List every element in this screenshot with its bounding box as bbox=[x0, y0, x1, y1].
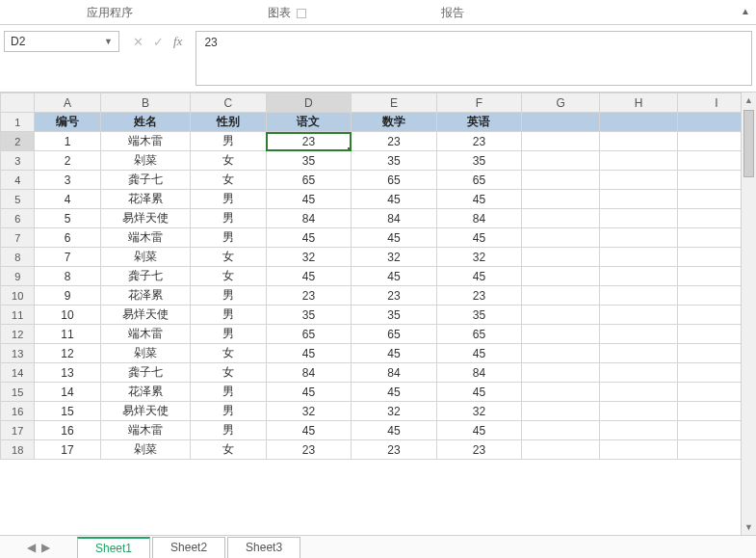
cell[interactable]: 16 bbox=[35, 421, 100, 440]
row-header[interactable]: 16 bbox=[1, 402, 35, 421]
cell[interactable]: 女 bbox=[191, 248, 266, 267]
cell[interactable] bbox=[600, 190, 678, 209]
cell[interactable] bbox=[522, 209, 600, 228]
cell[interactable] bbox=[522, 132, 600, 151]
cell[interactable]: 女 bbox=[191, 171, 266, 190]
spreadsheet-grid[interactable]: ABCDEFGHI 1编号姓名性别语文数学英语21端木雷男23232332剁菜女… bbox=[0, 93, 756, 460]
row-header[interactable]: 15 bbox=[1, 383, 35, 402]
cell[interactable] bbox=[600, 151, 678, 171]
cell[interactable]: 23 bbox=[436, 132, 522, 151]
cell[interactable] bbox=[600, 344, 678, 363]
cell[interactable]: 龚子七 bbox=[100, 363, 191, 383]
row-header[interactable]: 12 bbox=[1, 325, 35, 344]
ribbon-group-reports[interactable]: 报告 bbox=[441, 5, 464, 21]
cell[interactable]: 84 bbox=[352, 363, 437, 383]
cell[interactable]: 65 bbox=[352, 171, 437, 190]
cell[interactable]: 45 bbox=[352, 383, 437, 402]
cell[interactable]: 35 bbox=[266, 151, 352, 171]
cell[interactable]: 9 bbox=[35, 286, 100, 306]
cell[interactable] bbox=[522, 171, 600, 190]
cell[interactable]: 6 bbox=[35, 228, 100, 248]
cell[interactable]: 易烊天使 bbox=[100, 402, 191, 421]
ribbon-group-apps[interactable]: 应用程序 bbox=[87, 5, 133, 21]
cell[interactable]: 男 bbox=[191, 421, 266, 440]
cell[interactable]: 11 bbox=[35, 325, 100, 344]
cell[interactable] bbox=[600, 286, 678, 306]
cell[interactable] bbox=[600, 248, 678, 267]
row-header[interactable]: 4 bbox=[1, 171, 35, 190]
cell[interactable]: 45 bbox=[436, 267, 522, 286]
cell[interactable] bbox=[522, 151, 600, 171]
cell[interactable]: 84 bbox=[352, 209, 437, 228]
cell[interactable]: 男 bbox=[191, 132, 266, 151]
cell[interactable] bbox=[522, 248, 600, 267]
column-header[interactable]: B bbox=[100, 93, 191, 113]
column-header[interactable]: A bbox=[35, 93, 100, 113]
cell[interactable]: 男 bbox=[191, 325, 266, 344]
cell[interactable]: 易烊天使 bbox=[100, 306, 191, 325]
cell[interactable]: 23 bbox=[436, 440, 522, 460]
cell[interactable]: 7 bbox=[35, 248, 100, 267]
cell[interactable]: 2 bbox=[35, 151, 100, 171]
cell[interactable]: 65 bbox=[352, 325, 437, 344]
cell[interactable]: 性别 bbox=[191, 113, 266, 132]
cell[interactable]: 32 bbox=[352, 402, 437, 421]
cell[interactable] bbox=[522, 363, 600, 383]
column-header[interactable]: D bbox=[266, 93, 352, 113]
cell[interactable]: 35 bbox=[436, 151, 522, 171]
tab-prev-icon[interactable]: ◀ bbox=[27, 541, 36, 554]
cell[interactable]: 23 bbox=[266, 132, 352, 151]
cell[interactable] bbox=[522, 440, 600, 460]
cell[interactable]: 男 bbox=[191, 209, 266, 228]
formula-input[interactable]: 23 bbox=[196, 31, 752, 86]
ribbon-group-charts[interactable]: 图表 bbox=[268, 5, 291, 21]
cell[interactable]: 女 bbox=[191, 344, 266, 363]
cell[interactable]: 17 bbox=[35, 440, 100, 460]
cell[interactable] bbox=[522, 267, 600, 286]
cell[interactable]: 10 bbox=[35, 306, 100, 325]
cell[interactable]: 编号 bbox=[35, 113, 100, 132]
cell[interactable]: 45 bbox=[266, 190, 352, 209]
cell[interactable] bbox=[600, 209, 678, 228]
cell[interactable]: 65 bbox=[266, 171, 352, 190]
cell[interactable]: 女 bbox=[191, 363, 266, 383]
cell[interactable]: 23 bbox=[352, 286, 437, 306]
cell[interactable]: 45 bbox=[352, 190, 437, 209]
cell[interactable]: 35 bbox=[266, 306, 352, 325]
column-header[interactable]: H bbox=[600, 93, 678, 113]
cell[interactable] bbox=[600, 113, 678, 132]
cell[interactable]: 35 bbox=[352, 306, 437, 325]
cell[interactable]: 男 bbox=[191, 402, 266, 421]
cell[interactable]: 语文 bbox=[266, 113, 352, 132]
cell[interactable]: 32 bbox=[436, 248, 522, 267]
cell[interactable]: 3 bbox=[35, 171, 100, 190]
cell[interactable] bbox=[600, 363, 678, 383]
cell[interactable] bbox=[522, 228, 600, 248]
cell[interactable] bbox=[600, 402, 678, 421]
cell[interactable]: 23 bbox=[266, 440, 352, 460]
cell[interactable]: 35 bbox=[352, 151, 437, 171]
cell[interactable] bbox=[522, 190, 600, 209]
cell[interactable]: 45 bbox=[436, 344, 522, 363]
cell[interactable]: 5 bbox=[35, 209, 100, 228]
cell[interactable]: 男 bbox=[191, 286, 266, 306]
cell[interactable] bbox=[522, 402, 600, 421]
cell[interactable]: 84 bbox=[436, 363, 522, 383]
cell[interactable] bbox=[600, 306, 678, 325]
cell[interactable]: 14 bbox=[35, 383, 100, 402]
cell[interactable] bbox=[522, 325, 600, 344]
cell[interactable]: 剁菜 bbox=[100, 151, 191, 171]
cancel-icon[interactable]: ✕ bbox=[133, 35, 143, 49]
cell[interactable] bbox=[522, 344, 600, 363]
scroll-down-icon[interactable]: ▼ bbox=[742, 519, 756, 535]
cell[interactable]: 端木雷 bbox=[100, 421, 191, 440]
cell[interactable]: 姓名 bbox=[100, 113, 191, 132]
confirm-icon[interactable]: ✓ bbox=[153, 35, 164, 49]
cell[interactable]: 男 bbox=[191, 383, 266, 402]
cell[interactable]: 32 bbox=[352, 248, 437, 267]
cell[interactable]: 花泽累 bbox=[100, 286, 191, 306]
cell[interactable]: 65 bbox=[266, 325, 352, 344]
dialog-launcher-icon[interactable] bbox=[297, 9, 306, 18]
row-header[interactable]: 1 bbox=[1, 113, 35, 132]
cell[interactable]: 数学 bbox=[352, 113, 437, 132]
